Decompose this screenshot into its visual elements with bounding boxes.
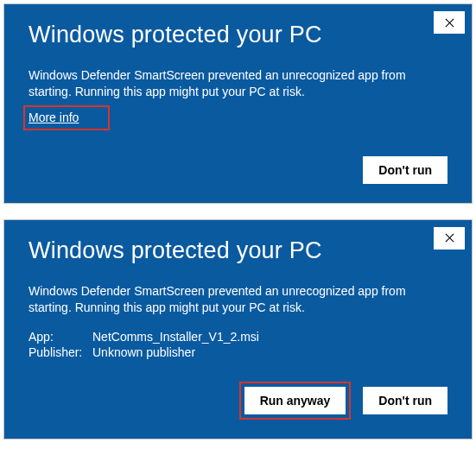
close-icon: [445, 16, 454, 30]
app-info: App: NetComms_Installer_V1_2.msi Publish…: [29, 330, 447, 359]
dialog-body: Windows Defender SmartScreen prevented a…: [29, 283, 447, 316]
close-button[interactable]: [434, 11, 465, 34]
app-value: NetComms_Installer_V1_2.msi: [92, 330, 259, 344]
dialog-body: Windows Defender SmartScreen prevented a…: [29, 67, 447, 100]
dont-run-button[interactable]: Don't run: [363, 156, 447, 184]
dont-run-button[interactable]: Don't run: [363, 387, 447, 414]
dialog-title: Windows protected your PC: [29, 237, 447, 264]
run-anyway-button[interactable]: Run anyway: [244, 387, 346, 414]
dialog-title: Windows protected your PC: [29, 22, 447, 48]
highlight-run-anyway: Run anyway: [239, 382, 352, 420]
publisher-row: Publisher: Unknown publisher: [29, 345, 447, 359]
smartscreen-dialog-1: Windows protected your PC Windows Defend…: [3, 3, 473, 204]
button-row: Don't run: [29, 156, 447, 184]
close-button[interactable]: [434, 227, 465, 250]
app-label: App:: [29, 330, 92, 344]
button-row: Run anyway Don't run: [29, 382, 447, 420]
close-icon: [445, 231, 454, 245]
publisher-label: Publisher:: [29, 345, 92, 359]
publisher-value: Unknown publisher: [92, 345, 195, 359]
smartscreen-dialog-2: Windows protected your PC Windows Defend…: [3, 219, 473, 439]
highlight-more-info: More info: [23, 105, 110, 130]
app-row: App: NetComms_Installer_V1_2.msi: [29, 330, 447, 344]
more-info-link[interactable]: More info: [29, 111, 79, 124]
